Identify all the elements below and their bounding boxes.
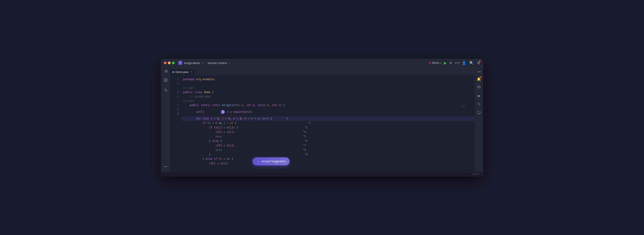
svg-rect-0 (164, 79, 165, 80)
no-usages-label-1: no usages (181, 86, 475, 90)
line-num-s3 (170, 125, 181, 130)
svg-point-9 (478, 86, 480, 87)
line-num-s4 (170, 130, 181, 134)
suggestion-line-7: j++; ^8 (181, 148, 475, 152)
monitor-icon[interactable] (477, 111, 481, 115)
svg-point-6 (164, 166, 165, 167)
suggestion-line-3: c[k] = a[i]; ^4 (181, 130, 475, 134)
demo-chevron-icon: ▾ (440, 62, 441, 64)
suggestion-line-4: i++; ^5 (181, 134, 475, 139)
svg-point-4 (164, 89, 166, 91)
suggestion-line-2: if (a[i] < b[j]) { ^3 (181, 125, 475, 130)
line-num-1: 1 (170, 77, 181, 82)
line-num-6: 6 (170, 107, 181, 112)
ai-assistant-icon[interactable]: m (478, 94, 480, 98)
ai-settings-icon[interactable]: ⚙ (449, 61, 452, 65)
accept-suggestion-label: Accept Suggestion (262, 160, 286, 163)
suggestion-line-9: } else if (i < m) { (181, 157, 475, 161)
svg-point-7 (166, 166, 166, 167)
line-num-s6 (170, 139, 181, 143)
code-line-4: // 合并两个数组 (181, 94, 475, 99)
project-icon: T (178, 61, 182, 65)
line-num-s2 (170, 121, 181, 125)
svg-rect-2 (164, 80, 165, 82)
no-usages-label-2: no usages (181, 99, 475, 103)
suggestion-line-8: } ^9 (181, 152, 475, 157)
minimize-button[interactable] (168, 62, 170, 64)
title-separator: › (205, 61, 206, 65)
line-num-7: 7 (170, 112, 181, 116)
bottom-bar: znwx.cn (161, 172, 483, 176)
line-num-3: 3 (170, 90, 181, 94)
svg-point-8 (166, 166, 167, 167)
demo-label: Demo (432, 61, 439, 65)
tab-close-icon[interactable]: ✕ (190, 71, 192, 73)
left-sidebar (161, 75, 170, 172)
project-chevron-icon: ▾ (202, 62, 203, 64)
code-line-3: public class Demo { (181, 90, 475, 94)
line-num-s9 (170, 152, 181, 157)
notifications-icon[interactable]: 🔔 (477, 77, 481, 81)
line-num-4: 4 (170, 94, 181, 99)
close-button[interactable] (164, 62, 166, 64)
code-line-5: public static int[] merge(int[] a, int m… (181, 103, 475, 107)
title-bar-right-icons: 👤 🔍 ⚙ (462, 61, 480, 65)
svg-rect-3 (166, 80, 167, 82)
tab-more-icon[interactable]: ••• (478, 70, 481, 74)
svg-rect-10 (478, 111, 480, 113)
title-bar: T tongyi-demo ▾ › Version control ▾ ✕ De… (161, 59, 483, 67)
more-sidebar-icon[interactable] (162, 164, 169, 170)
suggestion-line-5: } else { ^6 (181, 139, 475, 143)
settings-notifications-icon[interactable]: ⚙ (477, 61, 480, 65)
line-numbers: 1 2 3 4 5 6 7 (170, 75, 181, 172)
suggestion-line-6: c[k] = b[j]; ^7 (181, 143, 475, 148)
code-line-7: for (int i = 0, j = 0, k = 0; k < m + n;… (181, 116, 475, 121)
sidebar-toggle-icon[interactable]: ⊟ (163, 69, 170, 75)
line-num-s7 (170, 143, 181, 148)
line-num-s8 (170, 148, 181, 152)
x-icon: ✕ (429, 62, 431, 65)
svg-rect-1 (166, 79, 167, 80)
maximize-button[interactable] (172, 62, 175, 64)
right-sidebar: 🔔 m (475, 75, 483, 172)
demo-badge[interactable]: ✕ Demo ▾ (429, 61, 441, 65)
code-line-2 (181, 82, 475, 86)
project-name: tongyi-demo (184, 61, 200, 65)
version-control-label[interactable]: Version control (208, 61, 227, 65)
tab-bar: ⊟ Demo.java ✕ ••• (161, 67, 483, 75)
demo-java-tab[interactable]: Demo.java ✕ (170, 69, 195, 75)
code-editor[interactable]: package org.example; no usages public cl… (181, 75, 475, 172)
explorer-icon[interactable] (162, 77, 169, 83)
analytics-icon[interactable] (477, 102, 481, 106)
editor-area[interactable]: 1 2 3 4 5 6 7 (170, 75, 475, 172)
app-window: T tongyi-demo ▾ › Version control ▾ ✕ De… (161, 59, 483, 176)
site-label: znwx.cn (472, 173, 480, 175)
no-usages-2 (170, 99, 181, 103)
traffic-lights (164, 62, 175, 64)
code-line-6: int[] T c = new int[m + n]; (181, 107, 475, 116)
svg-line-5 (166, 91, 167, 92)
tab-bar-actions: ••• (478, 70, 481, 75)
title-bar-actions: ✕ Demo ▾ ▶ ⚙ ••• (429, 61, 460, 65)
search-icon[interactable]: 🔍 (469, 61, 474, 65)
line-num-blank1: 2 (170, 82, 181, 86)
no-usages-1 (170, 86, 181, 90)
line-num-s10 (170, 157, 181, 161)
more-icon[interactable]: ••• (455, 61, 460, 65)
user-icon[interactable]: 👤 (462, 61, 466, 65)
accept-suggestion-popup[interactable]: → Accept Suggestion (252, 157, 290, 165)
vc-chevron-icon: ▾ (228, 62, 230, 64)
play-icon[interactable]: ▶ (444, 61, 446, 65)
suggestion-line-1: if (i < m && j < n) { ^2 (181, 121, 475, 125)
tab-modified-indicator (172, 71, 174, 73)
code-line-1: package org.example; (181, 77, 475, 82)
line-num-s1 (170, 116, 181, 121)
tab-label: Demo.java (176, 71, 188, 74)
search-icon[interactable] (162, 87, 169, 93)
suggestion-arrow-icon: → (256, 160, 260, 163)
line-num-5: 5 (170, 103, 181, 107)
line-num-s5 (170, 134, 181, 139)
off-label: OFF (462, 105, 466, 108)
database-icon[interactable] (477, 86, 481, 90)
suggestion-line-10: c[k] = a[i]; (181, 161, 475, 166)
